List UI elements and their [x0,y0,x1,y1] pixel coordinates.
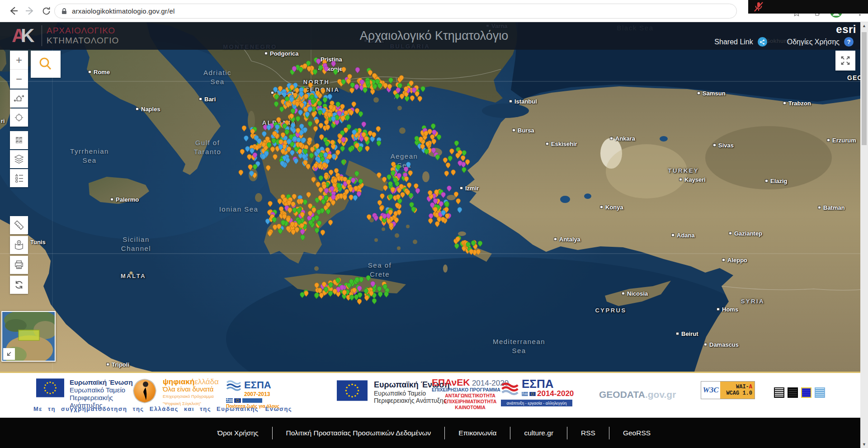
shared-link-label[interactable]: Shared Link [714,38,753,46]
footer-menu-item-2[interactable]: Πολιτική Προστασίας Προσωπικών Δεδομένων [273,429,445,437]
share-nodes-icon [760,39,765,45]
scroll-up-arrow[interactable]: ▲ [860,22,868,29]
refresh-map-button[interactable] [10,276,28,294]
wcag-label: WCAG 1.0 [726,390,752,396]
epanek-name: ΕΠΑνΕΚ [432,377,470,387]
scroll-down-arrow[interactable]: ▼ [860,441,868,448]
collapse-arrow-icon [5,350,13,358]
bookmark-map-button[interactable] [10,236,28,254]
geodata-light: .gov.gr [645,389,676,400]
overview-map[interactable] [1,311,56,362]
print-button[interactable] [10,256,28,274]
dg-line2: Επιχειρησιακό Πρόγραμμα [163,393,219,400]
legend-icon [12,171,26,185]
map-canvas[interactable]: RomeNaplesBariPalermoTunisTripoliPodgori… [0,22,868,372]
layers-button[interactable] [10,150,28,168]
app-logo[interactable]: A K ΑΡΧΑΙΟΛΟΓΙΚΟ ΚΤΗΜΑΤΟΛΟΓΙΟ [12,25,119,46]
mic-muted-icon[interactable] [753,1,764,13]
zoom-control: + − [10,51,28,89]
espa2007-tagline: Ποιότητα ζωής για όλους [226,404,279,409]
eu-flag-icon [36,378,64,397]
url-text: arxaiologikoktimatologio.gov.gr/el [72,7,175,15]
page-title: Αρχαιολογικό Κτηματολόγιο [360,29,508,43]
expand-arrows-icon [839,54,852,67]
zoom-in-button[interactable]: + [10,51,28,70]
contrast-default-icon[interactable] [774,387,784,398]
espa2014-name: ΕΣΠΑ [522,378,574,389]
screen-share-indicator [748,0,868,14]
measure-button[interactable] [10,216,28,234]
footer-menu-item-5[interactable]: RSS [567,429,609,437]
contrast-dark-icon[interactable] [788,387,798,398]
espa2007-years: 2007-2013 [244,391,271,397]
eu1-line1: Ευρωπαϊκό Ταμείο [70,386,125,394]
footer-menu-item-4[interactable]: culture.gr [510,429,567,437]
esri-logo[interactable]: esri [836,23,856,36]
dg-line3: "Ψηφιακή Σύγκλιση" [163,400,219,407]
map-pin-icon [12,238,26,252]
footer-menu-item-1[interactable]: Όροι Χρήσης [204,429,272,437]
wai-label: WAI- [736,384,749,390]
app-name: ΑΡΧΑΙΟΛΟΓΙΚΟ ΚΤΗΜΑΤΟΛΟΓΙΟ [47,26,119,46]
eu-erdf-logo-small[interactable]: Ευρωπαϊκή Ένωση Ευρωπαϊκό Ταμείο Περιφερ… [36,378,133,409]
back-arrow-icon [9,6,19,16]
address-bar[interactable]: arxaiologikoktimatologio.gov.gr/el [54,4,737,19]
app-header: A K ΑΡΧΑΙΟΛΟΓΙΚΟ ΚΤΗΜΑΤΟΛΟΓΙΟ Αρχαιολογι… [0,22,868,50]
greek-flag-mini-icon [522,392,528,396]
wai-level: A [749,384,752,390]
sync-icon [13,278,25,291]
search-button[interactable] [31,51,61,78]
eu1-title: Ευρωπαϊκή Ένωση [70,378,133,386]
browser-back-button[interactable] [7,5,20,17]
digital-greece-icon [132,378,157,404]
scrollbar-thumb[interactable] [862,32,867,145]
epanek-logo[interactable]: ΕΠΑνΕΚ 2014-2020 ΕΠΙΧΕΙΡΗΣΙΑΚΟ ΠΡΟΓΡΑΜΜΑ… [432,379,509,410]
ruler-icon [12,218,26,232]
default-extent-button[interactable] [10,90,28,108]
crosshair-icon [13,111,25,124]
espa-2007-logo[interactable]: ΕΣΠΑ 2007-2013 Ποιότητα ζωής για όλους [226,379,279,409]
logo-divider [42,25,42,46]
w3c-wcag-badge[interactable]: W3C WAI-A WCAG 1.0 [701,381,755,399]
basemap-satellite [0,22,868,372]
contrast-blue-icon[interactable] [801,387,811,398]
epanek-line3: ΑΝΤΑΓΩΝΙΣΤΙΚΟΤΗΤΑ [432,393,509,399]
lock-icon [61,8,67,15]
fullscreen-button[interactable] [835,51,855,71]
app-name-line2: ΚΤΗΜΑΤΟΛΟΓΙΟ [47,36,119,46]
epanek-line2: ΕΠΙΧΕΙΡΗΣΙΑΚΟ ΠΡΟΓΡΑΜΜΑ [432,387,509,393]
footer-logos-strip: Ευρωπαϊκή Ένωση Ευρωπαϊκό Ταμείο Περιφερ… [0,372,868,418]
contrast-lightblue-icon[interactable] [815,387,825,398]
printer-icon [12,258,26,272]
home-extent-icon [12,92,26,105]
browser-forward-button[interactable] [24,5,36,17]
browser-toolbar: arxaiologikoktimatologio.gov.gr/el [0,0,868,22]
help-icon[interactable]: ? [844,37,854,47]
forward-arrow-icon [25,6,35,16]
page-scrollbar[interactable]: ▲ ▼ [860,22,868,448]
geodata-logo[interactable]: GEODATA.gov.gr [599,389,676,400]
logo-letter-k: K [21,25,34,46]
legend-button[interactable] [10,169,28,187]
footer-menu-item-6[interactable]: GeoRSS [609,429,664,437]
digital-greece-logo[interactable]: ψηφιακήελλάδα Όλα είναι δυνατά Επιχειρησ… [132,378,219,407]
browser-refresh-button[interactable] [40,5,52,17]
epanek-line5: ΚΑΙΝΟΤΟΜΙΑ [432,405,509,410]
espa-waves-icon [226,379,241,391]
my-location-button[interactable] [10,108,28,127]
espa2007-name: ΕΣΠΑ [244,379,271,391]
w3c-logo: W3C [701,382,720,399]
espa-2014-logo[interactable]: ΕΣΠΑ 2014-2020 ανάπτυξη - εργασία - αλλη… [501,378,574,406]
basemap-gallery-icon [13,134,25,146]
ak-logo-mark: A K [12,25,40,46]
footer-menu-item-3[interactable]: Επικοινωνία [445,429,510,437]
overview-collapse-button[interactable] [3,348,15,360]
share-icon[interactable] [758,37,767,47]
usage-guide-label[interactable]: Οδηγίες Χρήσης [787,38,840,46]
zoom-out-button[interactable]: − [10,70,28,89]
basemap-gallery-button[interactable] [10,131,28,149]
espa2014-waves-icon [501,382,519,395]
eu-flag-mini2-icon [529,392,536,396]
contrast-switcher [774,387,825,398]
footer-menu: Όροι ΧρήσηςΠολιτική Προστασίας Προσωπικώ… [0,418,868,448]
